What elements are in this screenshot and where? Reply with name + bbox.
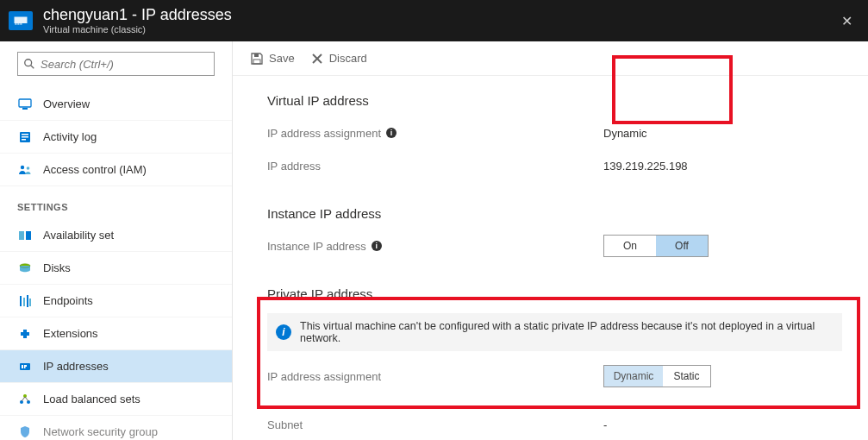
vip-assignment-label: IP address assignment i xyxy=(267,127,603,140)
svg-rect-11 xyxy=(22,136,28,138)
sidebar-item-overview[interactable]: Overview xyxy=(0,88,232,121)
search-box[interactable] xyxy=(17,52,215,76)
vip-address-value: 139.219.225.198 xyxy=(603,160,688,173)
sidebar-item-endpoints[interactable]: Endpoints xyxy=(0,285,232,317)
resource-icon xyxy=(9,11,33,30)
svg-rect-24 xyxy=(22,365,23,368)
private-assignment-label: IP address assignment xyxy=(267,370,603,383)
main-panel: Save Discard Virtual IP address IP addre… xyxy=(233,41,868,440)
ip-icon xyxy=(17,359,33,374)
sidebar-item-load-balanced-sets[interactable]: Load balanced sets xyxy=(0,383,232,416)
svg-rect-7 xyxy=(19,99,31,107)
private-ip-info-bar: i This virtual machine can't be configur… xyxy=(267,313,842,351)
svg-rect-26 xyxy=(24,365,26,368)
nav-label: IP addresses xyxy=(43,360,109,373)
sidebar-item-access-control[interactable]: Access control (IAM) xyxy=(0,154,232,186)
blade-subtitle: Virtual machine (classic) xyxy=(43,24,232,35)
private-ip-title: Private IP address xyxy=(267,286,842,301)
svg-rect-32 xyxy=(254,53,259,57)
nav-label: Endpoints xyxy=(43,294,93,307)
nav-label: Extensions xyxy=(43,327,98,340)
svg-rect-10 xyxy=(22,134,28,135)
svg-rect-12 xyxy=(22,139,26,141)
svg-rect-33 xyxy=(253,60,260,64)
sidebar-item-network-security-group[interactable]: Network security group xyxy=(0,416,232,440)
svg-point-14 xyxy=(27,167,30,170)
toggle-dynamic[interactable]: Dynamic xyxy=(604,366,663,387)
svg-rect-16 xyxy=(26,231,31,240)
private-ip-info-text: This virtual machine can't be configured… xyxy=(300,320,834,344)
iam-icon xyxy=(17,162,33,178)
endpoints-icon xyxy=(17,293,33,309)
toggle-static[interactable]: Static xyxy=(663,366,710,387)
svg-rect-8 xyxy=(22,108,28,110)
discard-icon xyxy=(310,52,324,66)
sidebar-item-availability-set[interactable]: Availability set xyxy=(0,219,232,252)
close-button[interactable]: ✕ xyxy=(834,13,859,29)
svg-rect-15 xyxy=(19,231,24,240)
save-button[interactable]: Save xyxy=(250,52,295,66)
svg-line-30 xyxy=(22,397,25,401)
nav-label: Overview xyxy=(43,97,90,110)
instance-ip-label: Instance IP address i xyxy=(267,240,603,253)
sidebar-item-extensions[interactable]: Extensions xyxy=(0,317,232,350)
instance-ip-title: Instance IP address xyxy=(267,206,842,221)
svg-rect-2 xyxy=(15,23,16,24)
extensions-icon xyxy=(17,326,33,342)
sidebar-item-activity-log[interactable]: Activity log xyxy=(0,121,232,154)
instance-ip-toggle[interactable]: On Off xyxy=(603,235,709,257)
svg-rect-19 xyxy=(20,296,22,306)
vip-address-label: IP address xyxy=(267,160,603,173)
sidebar-item-disks[interactable]: Disks xyxy=(0,252,232,285)
svg-rect-20 xyxy=(23,298,25,306)
virtual-ip-title: Virtual IP address xyxy=(267,93,842,108)
settings-header: SETTINGS xyxy=(0,186,232,219)
nsg-icon xyxy=(17,424,33,440)
nav-label: Availability set xyxy=(43,229,114,242)
sidebar-item-ip-addresses[interactable]: IP addresses xyxy=(0,350,232,383)
subnet-value: - xyxy=(603,418,607,431)
nav-label: Activity log xyxy=(43,130,97,143)
svg-rect-4 xyxy=(20,23,22,24)
blade-title: chengyuan1 - IP addresses xyxy=(43,7,232,24)
load-balance-icon xyxy=(17,392,33,407)
info-icon: i xyxy=(276,324,291,340)
log-icon xyxy=(17,129,33,145)
search-icon xyxy=(23,58,35,70)
toolbar: Save Discard xyxy=(233,41,868,76)
svg-rect-1 xyxy=(15,17,28,24)
discard-label: Discard xyxy=(329,52,367,65)
nav-label: Access control (IAM) xyxy=(43,163,147,176)
info-icon[interactable]: i xyxy=(372,241,382,251)
info-icon[interactable]: i xyxy=(386,128,397,138)
save-label: Save xyxy=(269,52,295,65)
toggle-off[interactable]: Off xyxy=(656,236,708,256)
nav-label: Load balanced sets xyxy=(43,393,141,405)
svg-line-31 xyxy=(25,397,28,401)
blade-header: chengyuan1 - IP addresses Virtual machin… xyxy=(0,0,868,41)
save-icon xyxy=(250,52,264,66)
vip-assignment-value: Dynamic xyxy=(603,127,647,140)
svg-line-6 xyxy=(31,66,34,69)
svg-rect-3 xyxy=(17,23,19,24)
discard-button[interactable]: Discard xyxy=(310,52,367,66)
sidebar: Overview Activity log Access control (IA… xyxy=(0,41,233,440)
search-input[interactable] xyxy=(41,58,209,71)
disks-icon xyxy=(17,261,33,276)
svg-rect-21 xyxy=(27,295,28,307)
private-ip-toggle[interactable]: Dynamic Static xyxy=(603,365,711,387)
availability-icon xyxy=(17,228,33,243)
svg-point-5 xyxy=(25,60,32,66)
subnet-label: Subnet xyxy=(267,418,603,431)
toggle-on[interactable]: On xyxy=(604,236,656,256)
nav-label: Disks xyxy=(43,261,71,274)
nav-label: Network security group xyxy=(43,425,158,438)
monitor-icon xyxy=(17,97,33,112)
svg-rect-22 xyxy=(29,299,31,306)
svg-point-13 xyxy=(21,165,24,168)
